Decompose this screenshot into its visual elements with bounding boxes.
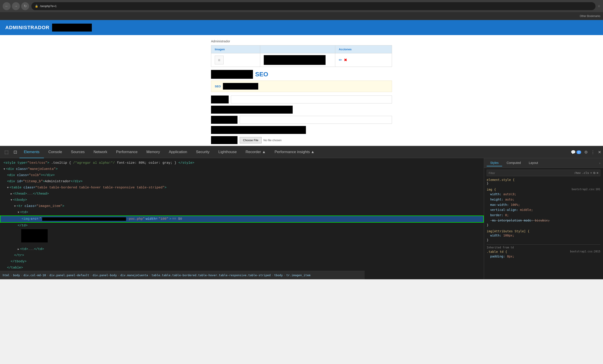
tab-elements[interactable]: Elements bbox=[19, 146, 44, 158]
bookmark-star-icon[interactable]: ☆ bbox=[598, 4, 600, 8]
close-devtools-icon[interactable]: ✕ bbox=[598, 150, 601, 155]
css-prop: max-width: 100%; bbox=[487, 202, 600, 208]
css-prop: width: auto\9; bbox=[487, 192, 600, 197]
filter-copy-icon[interactable]: ⧉ bbox=[593, 171, 595, 175]
tab-application[interactable]: Application bbox=[164, 146, 192, 158]
admin-table-wrapper: Administrador Imagen Acciones 🖼 bbox=[211, 39, 392, 146]
html-line[interactable]: <style type="text/css"> .tooltip { /*agr… bbox=[0, 160, 484, 166]
bc-tbody[interactable]: tbody bbox=[274, 273, 283, 277]
css-prop: vertical-align: middle; bbox=[487, 207, 600, 213]
html-line[interactable]: </table> bbox=[0, 265, 484, 271]
bc-table[interactable]: table.table.table-bordered.table-hover.t… bbox=[151, 273, 271, 277]
tab-memory[interactable]: Memory bbox=[142, 146, 164, 158]
filter-bar: :hov .cls + ⧉ ≡ bbox=[487, 170, 600, 176]
tab-network[interactable]: Network bbox=[89, 146, 112, 158]
html-line[interactable]: ▶<td>...</td> bbox=[0, 246, 484, 252]
css-prop: border: 0; bbox=[487, 213, 600, 218]
tab-console[interactable]: Console bbox=[44, 146, 66, 158]
page-content: ADMINISTRADOR Administrador Imagen Accio… bbox=[0, 20, 603, 146]
css-selector-img-attr: img[Attributes Style] { bbox=[487, 229, 530, 233]
html-line[interactable]: ▼<td> bbox=[0, 209, 484, 216]
form-input-1[interactable] bbox=[231, 95, 392, 103]
address-bar[interactable]: 🔒 /seophp?e=1 bbox=[31, 2, 595, 10]
back-button[interactable]: ← bbox=[3, 2, 11, 10]
form-label-3-redacted bbox=[211, 136, 237, 144]
filter-hov[interactable]: :hov bbox=[574, 171, 581, 175]
console-badge: 💬2 bbox=[571, 150, 581, 155]
col-acciones: Acciones bbox=[335, 46, 392, 53]
filter-input[interactable] bbox=[489, 171, 572, 175]
devtools-panel: ⬚ ⊡ Elements Console Sources Network Per… bbox=[0, 146, 603, 279]
bc-body[interactable]: body bbox=[13, 273, 20, 277]
choose-file-button[interactable]: Choose File bbox=[240, 137, 262, 143]
bc-panel-body[interactable]: div.panel-body bbox=[93, 273, 117, 277]
filter-cls[interactable]: .cls bbox=[582, 171, 589, 175]
css-selector: element.style { bbox=[487, 178, 514, 182]
bc-panel[interactable]: div.panel.panel-default bbox=[49, 273, 89, 277]
css-prop: height: auto; bbox=[487, 197, 600, 202]
tab-inspect-icon[interactable]: ⬚ bbox=[2, 146, 11, 158]
html-line[interactable]: ▼<div class="manejoCuenta"> bbox=[0, 166, 484, 172]
tab-sources[interactable]: Sources bbox=[66, 146, 89, 158]
html-line[interactable]: ▼<tbody> bbox=[0, 197, 484, 203]
tab-layout[interactable]: Layout bbox=[525, 160, 542, 166]
filter-add-icon[interactable]: + bbox=[590, 171, 592, 175]
html-line[interactable]: ▼<table class="table table-bordered tabl… bbox=[0, 185, 484, 191]
tab-styles[interactable]: Styles bbox=[487, 160, 502, 166]
more-options-icon[interactable]: ⋮ bbox=[591, 150, 595, 155]
css-close-brace: } bbox=[487, 182, 488, 185]
css-source-bootstrap[interactable]: bootstrap2.css:101 bbox=[572, 188, 600, 192]
seo-input-redacted bbox=[223, 83, 258, 90]
more-tabs-arrow[interactable]: › bbox=[599, 161, 600, 165]
black-cell-td bbox=[260, 53, 335, 67]
form-input-2[interactable] bbox=[240, 116, 392, 124]
css-selector-table-td: .table td { bbox=[487, 250, 507, 253]
form-value-1-redacted bbox=[211, 106, 293, 114]
styles-sidebar: Styles Computed Layout › :hov .cls + ⧉ ≡ bbox=[484, 158, 603, 279]
tab-computed[interactable]: Computed bbox=[503, 160, 524, 166]
bc-html[interactable]: html bbox=[3, 273, 10, 277]
browser-actions: ☆ bbox=[598, 4, 600, 8]
css-rule-img: img { bootstrap2.css:101 width: auto\9; … bbox=[487, 188, 600, 227]
edit-button[interactable]: ✏ bbox=[339, 57, 342, 62]
inherited-label: Inherited from td bbox=[487, 244, 600, 249]
refresh-button[interactable]: ↻ bbox=[21, 2, 29, 10]
css-source-bootstrap2[interactable]: bootstrap2.css:2015 bbox=[570, 250, 600, 254]
html-line-selected[interactable]: <img src="-poc.php" width="100"> == $0 bbox=[0, 216, 484, 223]
tab-lighthouse[interactable]: Lighthouse bbox=[214, 146, 241, 158]
html-line[interactable]: <div class="colb"></div> bbox=[0, 172, 484, 179]
tab-security[interactable]: Security bbox=[192, 146, 214, 158]
css-prop: padding: 8px; bbox=[487, 254, 600, 259]
forward-button[interactable]: → bbox=[12, 2, 20, 10]
admin-header: ADMINISTRADOR bbox=[0, 20, 603, 35]
actions-cell: ✏ ✖ bbox=[335, 53, 392, 67]
tab-recorder[interactable]: Recorder ▲ bbox=[241, 146, 270, 158]
browser-toolbar: ← → ↻ 🔒 /seophp?e=1 ☆ bbox=[0, 0, 603, 12]
bc-manejo-cuenta[interactable]: div.manejoCuenta bbox=[120, 273, 148, 277]
admin-title: ADMINISTRADOR bbox=[5, 25, 49, 30]
filter-buttons: :hov .cls + ⧉ ≡ bbox=[574, 171, 598, 175]
html-line[interactable]: </tr> bbox=[0, 252, 484, 259]
styles-tabs: Styles Computed Layout › bbox=[484, 158, 603, 168]
filter-settings-icon[interactable]: ≡ bbox=[597, 171, 598, 175]
delete-button[interactable]: ✖ bbox=[344, 57, 347, 62]
settings-icon[interactable]: ⚙ bbox=[584, 150, 588, 155]
html-line[interactable]: <div id="titemp_b">Administrador</div> bbox=[0, 179, 484, 185]
form-row-1b bbox=[211, 106, 392, 114]
tab-performance-insights[interactable]: Performance insights ▲ bbox=[270, 146, 319, 158]
tab-responsive-icon[interactable]: ⊡ bbox=[11, 146, 19, 158]
html-line[interactable]: </td> bbox=[0, 223, 484, 229]
html-line[interactable]: ▶<thead>...</thead> bbox=[0, 191, 484, 197]
html-line[interactable]: ▼<tr class="imagen_item"> bbox=[0, 203, 484, 209]
html-panel: <style type="text/css"> .tooltip { /*agr… bbox=[0, 158, 484, 279]
bc-col-md-10[interactable]: div.col-md-10 bbox=[23, 273, 46, 277]
html-line[interactable]: </tbody> bbox=[0, 259, 484, 265]
tab-performance[interactable]: Performance bbox=[112, 146, 142, 158]
bc-tr-imagen[interactable]: tr.imagen_item bbox=[286, 273, 311, 277]
css-prop-strikethrough: -ms-interpolation-mode: bicubic; bbox=[487, 218, 600, 223]
admin-header-redacted bbox=[52, 23, 92, 32]
table-row: 🖼 ✏ ✖ bbox=[211, 53, 392, 67]
lock-icon: 🔒 bbox=[35, 5, 38, 8]
seo-section: SEO SEO bbox=[211, 70, 392, 146]
nav-buttons: ← → ↻ bbox=[3, 2, 29, 10]
